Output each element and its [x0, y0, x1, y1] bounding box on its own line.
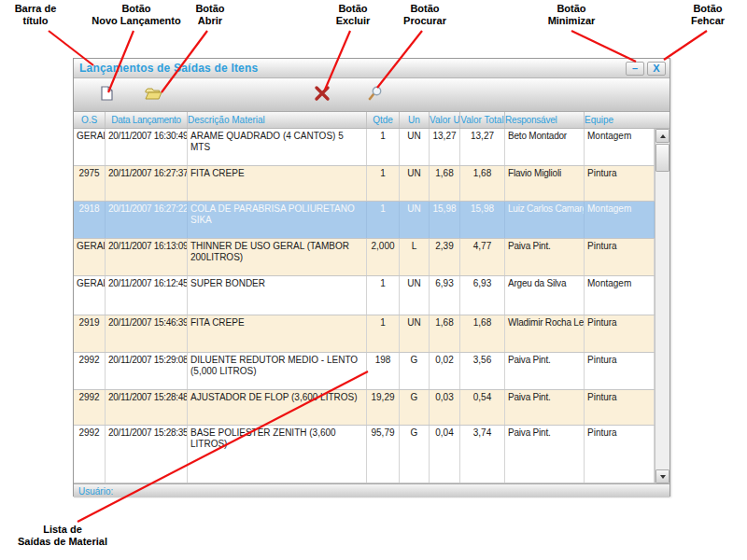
cell-un: UN: [400, 129, 430, 165]
delete-x-icon: [314, 85, 331, 105]
table-row[interactable]: 299220/11/2007 15:29:08DILUENTE REDUTOR …: [74, 353, 655, 390]
annotation-minimize-button: Botão Minimizar: [535, 3, 608, 27]
annotation-list: Lista de Saídas de Material: [7, 524, 118, 548]
cell-descricao: AJUSTADOR DE FLOP (3,600 LITROS): [188, 390, 367, 425]
status-bar: Usuário:: [74, 483, 669, 497]
column-header-4[interactable]: Un: [400, 112, 430, 128]
cell-data: 20/11/2007 16:27:22: [106, 202, 188, 238]
scrollbar-thumb[interactable]: [655, 144, 669, 172]
delete-button[interactable]: [310, 83, 334, 107]
cell-valor_total: 15,98: [460, 202, 505, 238]
column-header-5[interactable]: Valor Un.: [430, 112, 460, 128]
open-button[interactable]: [141, 83, 165, 107]
column-header-8[interactable]: Equipe: [585, 112, 655, 128]
table-row[interactable]: GERAL20/11/2007 16:13:09THINNER DE USO G…: [74, 239, 655, 276]
cell-data: 20/11/2007 15:28:35: [106, 426, 188, 483]
arrow-down-icon: [660, 475, 666, 479]
app-window: Lançamentos de Saídas de Itens – X: [73, 58, 670, 497]
cell-equipe: Pintura: [585, 353, 655, 389]
cell-valor_un: 0,03: [430, 390, 460, 425]
annotation-open-button: Botão Abrir: [183, 3, 237, 27]
cell-responsavel: Flavio Miglioli: [505, 166, 585, 201]
cell-equipe: Pintura: [585, 166, 655, 201]
cell-valor_un: 6,93: [430, 276, 460, 315]
cell-os: 2992: [74, 390, 106, 425]
cell-responsavel: Wladimir Rocha Leoncio: [505, 315, 585, 352]
cell-equipe: Pintura: [585, 426, 655, 483]
cell-descricao: FITA CREPE: [188, 315, 367, 352]
cell-valor_total: 6,93: [460, 276, 505, 315]
cell-qtde: 1: [367, 276, 400, 315]
table-row[interactable]: 299220/11/2007 15:28:48AJUSTADOR DE FLOP…: [74, 390, 655, 426]
cell-data: 20/11/2007 16:27:37: [106, 166, 188, 201]
user-label: Usuário:: [78, 486, 113, 497]
table-header-row: O.SData LançamentoDescrição MaterialQtde…: [74, 112, 669, 129]
column-header-7[interactable]: Responsável: [505, 112, 585, 128]
cell-valor_un: 13,27: [430, 129, 460, 165]
column-header-1[interactable]: Data Lançamento: [106, 112, 188, 128]
magnifier-icon: [367, 85, 384, 105]
cell-qtde: 198: [367, 353, 400, 389]
cell-valor_un: 0,04: [430, 426, 460, 483]
table-body: GERAL20/11/2007 16:30:49ARAME QUADRADO (…: [74, 129, 669, 483]
cell-valor_un: 1,68: [430, 166, 460, 201]
close-button[interactable]: X: [647, 62, 666, 76]
column-header-6[interactable]: Valor Total: [460, 112, 505, 128]
cell-valor_total: 13,27: [460, 129, 505, 165]
cell-os: 2919: [74, 315, 106, 352]
minimize-button[interactable]: –: [626, 62, 644, 76]
cell-responsavel: Luiz Carlos Camargo: [505, 202, 585, 238]
arrow-up-icon: [660, 134, 666, 138]
cell-equipe: Montagem: [585, 202, 655, 238]
cell-valor_total: 1,68: [460, 166, 505, 201]
cell-valor_un: 15,98: [430, 202, 460, 238]
cell-data: 20/11/2007 16:30:49: [106, 129, 188, 165]
cell-qtde: 1: [367, 129, 400, 165]
cell-valor_total: 4,77: [460, 239, 505, 275]
table-row[interactable]: GERAL20/11/2007 16:30:49ARAME QUADRADO (…: [74, 129, 655, 166]
annotation-delete-button: Botão Excluir: [323, 3, 383, 27]
new-entry-button[interactable]: [94, 83, 119, 107]
search-button[interactable]: [363, 83, 388, 107]
cell-valor_total: 3,56: [460, 353, 505, 389]
cell-descricao: ARAME QUADRADO (4 CANTOS) 5 MTS: [188, 129, 367, 165]
cell-responsavel: Paiva Pint.: [505, 353, 585, 389]
scroll-down-button[interactable]: [655, 469, 669, 483]
cell-os: 2918: [74, 202, 106, 238]
cell-un: UN: [400, 166, 430, 201]
annotation-new-button: Botão Novo Lançamento: [80, 3, 192, 27]
cell-data: 20/11/2007 16:12:45: [106, 276, 188, 315]
cell-descricao: COLA DE PARABRISA POLIURETANO SIKA: [188, 202, 367, 238]
cell-qtde: 19,29: [367, 390, 400, 425]
scroll-up-button[interactable]: [655, 129, 669, 143]
table-rows: GERAL20/11/2007 16:30:49ARAME QUADRADO (…: [74, 129, 655, 483]
cell-data: 20/11/2007 15:28:48: [106, 390, 188, 425]
cell-responsavel: Paiva Pint.: [505, 426, 585, 483]
cell-descricao: BASE POLIESTER ZENITH (3,600 LITROS): [188, 426, 367, 483]
cell-un: L: [400, 239, 430, 275]
cell-os: GERAL: [74, 276, 106, 315]
table-row[interactable]: 291820/11/2007 16:27:22COLA DE PARABRISA…: [74, 202, 655, 239]
cell-data: 20/11/2007 16:13:09: [106, 239, 188, 275]
table-row[interactable]: GERAL20/11/2007 16:12:45SUPER BONDER1UN6…: [74, 276, 655, 315]
cell-equipe: Montagem: [585, 276, 655, 315]
column-header-3[interactable]: Qtde: [367, 112, 400, 128]
material-exits-list: O.SData LançamentoDescrição MaterialQtde…: [74, 112, 669, 483]
cell-valor_total: 1,68: [460, 315, 505, 352]
column-header-0[interactable]: O.S: [74, 112, 106, 128]
vertical-scrollbar[interactable]: [655, 129, 669, 483]
table-row[interactable]: 291920/11/2007 15:46:39FITA CREPE1UN1,68…: [74, 315, 655, 353]
cell-responsavel: Paiva Pint.: [505, 390, 585, 425]
column-header-2[interactable]: Descrição Material: [188, 112, 367, 128]
cell-qtde: 1: [367, 202, 400, 238]
cell-qtde: 2,000: [367, 239, 400, 275]
cell-descricao: DILUENTE REDUTOR MEDIO - LENTO (5,000 LI…: [188, 353, 367, 389]
cell-os: 2992: [74, 426, 106, 483]
title-bar[interactable]: Lançamentos de Saídas de Itens – X: [74, 59, 669, 78]
cell-qtde: 1: [367, 315, 400, 352]
page: Barra de título Botão Novo Lançamento Bo…: [0, 0, 747, 560]
table-row[interactable]: 297520/11/2007 16:27:37FITA CREPE1UN1,68…: [74, 166, 655, 202]
table-row[interactable]: 299220/11/2007 15:28:35BASE POLIESTER ZE…: [74, 426, 655, 483]
window-title: Lançamentos de Saídas de Itens: [79, 62, 623, 75]
scrollbar-track[interactable]: [655, 172, 669, 469]
